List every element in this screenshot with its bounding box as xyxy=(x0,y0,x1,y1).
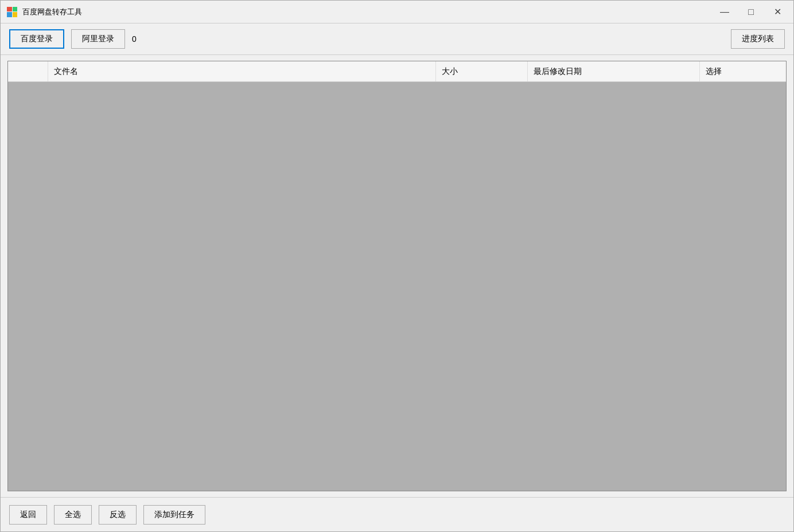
minimize-button[interactable]: — xyxy=(717,4,733,20)
maximize-button[interactable]: □ xyxy=(743,4,759,20)
col-header-size: 大小 xyxy=(436,61,528,81)
col-header-checkbox xyxy=(8,61,48,81)
close-button[interactable]: ✕ xyxy=(769,4,785,20)
col-header-select: 选择 xyxy=(700,61,786,81)
col-header-date: 最后修改日期 xyxy=(528,61,700,81)
add-task-button[interactable]: 添加到任务 xyxy=(143,505,205,525)
toolbar: 百度登录 阿里登录 0 进度列表 xyxy=(1,24,793,55)
title-bar: 百度网盘转存工具 — □ ✕ xyxy=(1,1,793,24)
select-all-button[interactable]: 全选 xyxy=(54,505,92,525)
bottom-bar: 返回 全选 反选 添加到任务 xyxy=(1,497,793,531)
table-header: 文件名 大小 最后修改日期 选择 xyxy=(8,61,786,82)
col-header-filename: 文件名 xyxy=(48,61,436,81)
baidu-login-button[interactable]: 百度登录 xyxy=(9,29,64,49)
main-content: 文件名 大小 最后修改日期 选择 xyxy=(1,55,793,497)
back-button[interactable]: 返回 xyxy=(9,505,47,525)
table-body xyxy=(8,82,786,491)
progress-list-button[interactable]: 进度列表 xyxy=(731,29,785,49)
app-icon xyxy=(6,6,18,18)
invert-select-button[interactable]: 反选 xyxy=(99,505,137,525)
window-controls: — □ ✕ xyxy=(717,4,785,20)
main-window: 百度网盘转存工具 — □ ✕ 百度登录 阿里登录 0 进度列表 文件名 xyxy=(0,0,794,532)
task-counter: 0 xyxy=(132,34,137,44)
ali-login-button[interactable]: 阿里登录 xyxy=(71,29,125,49)
file-table: 文件名 大小 最后修改日期 选择 xyxy=(7,61,787,491)
window-title: 百度网盘转存工具 xyxy=(22,7,717,17)
